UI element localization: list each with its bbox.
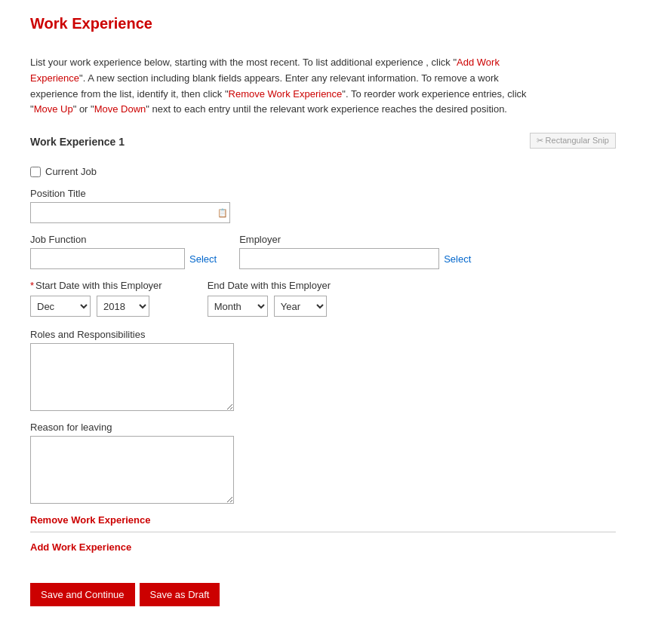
footer-buttons: Save and Continue Save as Draft xyxy=(30,583,616,606)
end-date-group: End Date with this Employer MonthJanFebM… xyxy=(208,280,331,317)
roles-textarea[interactable] xyxy=(30,343,234,411)
employer-input[interactable] xyxy=(239,248,439,269)
save-continue-button[interactable]: Save and Continue xyxy=(30,583,135,606)
position-title-label: Position Title xyxy=(30,188,616,199)
job-function-input-row: Select xyxy=(30,248,217,269)
position-title-input[interactable] xyxy=(30,202,230,223)
end-date-label: End Date with this Employer xyxy=(208,280,331,291)
page-title: Work Experience xyxy=(30,15,616,32)
employer-input-row: Select xyxy=(239,248,471,269)
work-experience-1-header: Work Experience 1 ✂ Rectangular Snip xyxy=(30,136,616,157)
current-job-label: Current Job xyxy=(45,166,97,177)
start-month-select[interactable]: JanFebMarApr MayJunJulAug SepOctNovDec xyxy=(30,296,91,317)
expand-icon: 📋 xyxy=(217,208,228,218)
start-date-label: Start Date with this Employer xyxy=(30,280,162,291)
end-year-select[interactable]: Year202420232022 2021202020192018 201720… xyxy=(274,296,327,317)
add-work-experience-link[interactable]: Add Work Experience xyxy=(30,541,616,553)
snip-placeholder: ✂ Rectangular Snip xyxy=(530,133,616,149)
roles-group: Roles and Responsibilities xyxy=(30,329,616,411)
section-title: Work Experience 1 xyxy=(30,136,125,148)
reason-label: Reason for leaving xyxy=(30,422,616,433)
position-title-group: Position Title 📋 xyxy=(30,188,616,223)
roles-label: Roles and Responsibilities xyxy=(30,329,616,340)
job-function-label: Job Function xyxy=(30,234,217,245)
save-draft-button[interactable]: Save as Draft xyxy=(140,583,220,606)
date-section: Start Date with this Employer JanFebMarA… xyxy=(30,280,616,317)
position-title-wrapper: 📋 xyxy=(30,202,230,223)
start-date-selects: JanFebMarApr MayJunJulAug SepOctNovDec 2… xyxy=(30,296,162,317)
job-function-select-link[interactable]: Select xyxy=(189,253,217,265)
remove-work-experience-link[interactable]: Remove Work Experience xyxy=(30,514,616,526)
current-job-row: Current Job xyxy=(30,166,616,177)
job-function-group: Job Function Select xyxy=(30,234,217,269)
reason-group: Reason for leaving xyxy=(30,422,616,504)
start-year-select[interactable]: 2024202320222021 2020201920182017 201620… xyxy=(97,296,149,317)
instructions-text: List your work experience below, startin… xyxy=(30,55,543,118)
start-date-group: Start Date with this Employer JanFebMarA… xyxy=(30,280,162,317)
current-job-checkbox[interactable] xyxy=(30,167,41,177)
employer-label: Employer xyxy=(239,234,471,245)
end-month-select[interactable]: MonthJanFebMar AprMayJunJul AugSepOctNov… xyxy=(208,296,268,317)
section-divider xyxy=(30,532,616,532)
employer-group: Employer Select xyxy=(239,234,471,269)
end-date-selects: MonthJanFebMar AprMayJunJul AugSepOctNov… xyxy=(208,296,331,317)
job-function-input[interactable] xyxy=(30,248,185,269)
reason-textarea[interactable] xyxy=(30,436,234,504)
employer-select-link[interactable]: Select xyxy=(444,253,471,265)
job-employer-row: Job Function Select Employer Select xyxy=(30,234,616,269)
